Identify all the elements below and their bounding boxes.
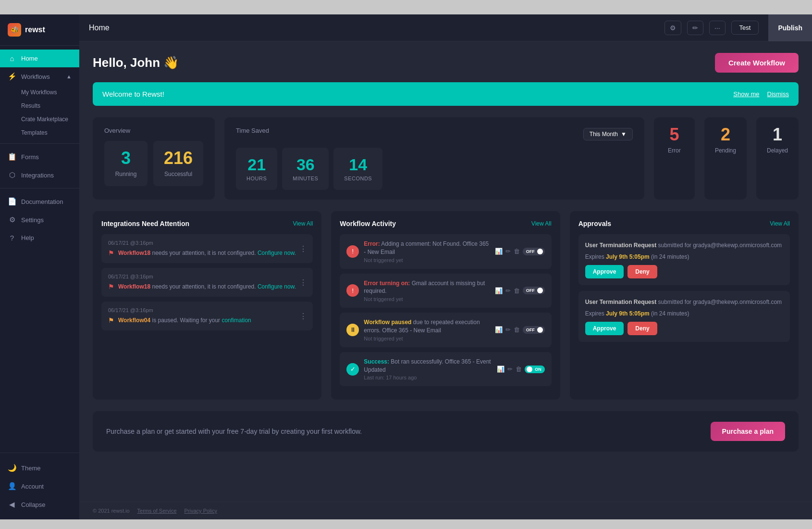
sidebar-item-home[interactable]: ⌂ Home — [0, 50, 79, 67]
chart-icon-2[interactable]: 📊 — [495, 326, 503, 333]
sidebar-item-theme[interactable]: 🌙 Theme — [0, 459, 79, 477]
chart-icon-0[interactable]: 📊 — [495, 248, 503, 255]
more-topbar-button[interactable]: ··· — [709, 21, 726, 35]
approval-item-0: User Termination Request submitted for g… — [578, 234, 790, 285]
toggle-2[interactable]: OFF — [523, 326, 545, 334]
sidebar-item-workflows[interactable]: ⚡ Workflows ▲ — [0, 67, 79, 86]
configure-link-1[interactable]: Configure now. — [258, 283, 296, 290]
wf-actions-0: 📊 ✏ 🗑 OFF — [495, 248, 545, 255]
wf-info-0: Error: Adding a comment: Not Found. Offi… — [364, 240, 490, 263]
wf-desc-3: Success: Bot ran successfully. Office 36… — [364, 358, 492, 374]
settings-topbar-button[interactable]: ⚙ — [664, 21, 681, 35]
expiry-date-0: July 9th 5:05pm — [606, 253, 650, 260]
deny-button-0[interactable]: Deny — [627, 265, 657, 278]
main-area: Home ⚙ ✏ ··· Test Publish Hello, John 👋 … — [79, 14, 812, 519]
approve-button-1[interactable]: Approve — [585, 322, 624, 335]
seconds-label: SECONDS — [344, 176, 372, 181]
confimation-link[interactable]: confimation — [221, 317, 251, 324]
more-options-1[interactable]: ⋮ — [299, 278, 308, 287]
workflow-activity-section: Workflow Activity View All ! Error: Addi… — [331, 211, 560, 400]
workflows-icon: ⚡ — [8, 72, 16, 81]
test-button[interactable]: Test — [731, 21, 759, 35]
dismiss-button[interactable]: Dismiss — [767, 90, 789, 98]
wf-item-3: ✓ Success: Bot ran successfully. Office … — [340, 352, 551, 387]
integrations-view-all[interactable]: View All — [293, 220, 313, 227]
toggle-0[interactable]: OFF — [523, 248, 545, 255]
privacy-policy-link[interactable]: Privacy Policy — [185, 508, 217, 514]
delete-icon-2[interactable]: 🗑 — [514, 326, 520, 333]
welcome-banner: Welcome to Rewst! Show me Dismiss — [93, 82, 799, 106]
publish-button[interactable]: Publish — [768, 14, 812, 41]
approve-button-0[interactable]: Approve — [585, 265, 624, 278]
account-icon: 👤 — [8, 482, 16, 491]
edit-icon-1[interactable]: ✏ — [505, 287, 511, 294]
approvals-title: Approvals — [578, 220, 611, 227]
delayed-stat-block: 1 Delayed — [756, 117, 799, 200]
show-me-button[interactable]: Show me — [733, 90, 759, 98]
sidebar-item-help[interactable]: ? Help — [0, 229, 79, 247]
approvals-view-all[interactable]: View All — [770, 220, 790, 227]
sidebar-item-crate-marketplace[interactable]: Crate Marketplace — [0, 113, 79, 126]
chart-icon-1[interactable]: 📊 — [495, 287, 503, 294]
int-text-2: Workflow04 is paused. Waiting for your c… — [118, 316, 251, 325]
toggle-1[interactable]: OFF — [523, 287, 545, 294]
delete-icon-3[interactable]: 🗑 — [516, 365, 522, 373]
wf-name-0: Workflow18 — [118, 250, 150, 256]
collapse-icon: ◀ — [8, 500, 16, 509]
sidebar-bottom: 🌙 Theme 👤 Account ◀ Collapse — [0, 453, 79, 519]
toggle-3[interactable]: ON — [525, 365, 545, 373]
pending-label: Pending — [715, 147, 736, 154]
seconds-stat: 14 SECONDS — [333, 148, 382, 190]
more-options-2[interactable]: ⋮ — [299, 312, 308, 321]
create-workflow-button[interactable]: Create Workflow — [715, 53, 799, 73]
sidebar-item-documentation[interactable]: 📄 Documentation — [0, 192, 79, 211]
sidebar-item-settings[interactable]: ⚙ Settings — [0, 211, 79, 229]
sidebar-item-collapse[interactable]: ◀ Collapse — [0, 495, 79, 514]
page-header: Hello, John 👋 Create Workflow — [93, 53, 799, 73]
wf-warning-icon-2: ⏸ — [346, 324, 359, 336]
settings-icon: ⚙ — [8, 215, 16, 224]
sidebar-item-templates[interactable]: Templates — [0, 126, 79, 139]
delete-icon-0[interactable]: 🗑 — [514, 248, 520, 255]
wf-actions-2: 📊 ✏ 🗑 OFF — [495, 326, 545, 334]
copyright: © 2021 rewst.io — [93, 508, 130, 514]
welcome-text: Welcome to Rewst! — [102, 90, 164, 98]
time-saved-block: Time Saved This Month ▼ 21 HOURS — [224, 117, 644, 200]
wf-info-2: Workflow paused due to repeated executio… — [364, 318, 490, 341]
hours-stat: 21 HOURS — [236, 148, 277, 190]
delete-icon-1[interactable]: 🗑 — [514, 287, 520, 294]
wf-error-icon-1: ! — [346, 284, 359, 297]
terms-of-service-link[interactable]: Terms of Service — [137, 508, 177, 514]
approval-title-0: User Termination Request — [585, 242, 656, 249]
sidebar-item-results[interactable]: Results — [0, 99, 79, 113]
successful-number: 216 — [164, 150, 193, 167]
sidebar-item-my-workflows[interactable]: My Workflows — [0, 86, 79, 99]
edit-topbar-button[interactable]: ✏ — [687, 21, 703, 35]
flag-icon-2: ⚑ — [108, 316, 114, 324]
int-text-1: Workflow18 needs your attention, it is n… — [118, 282, 296, 291]
wf-success-icon-3: ✓ — [346, 363, 359, 376]
more-options-0[interactable]: ⋮ — [299, 244, 308, 253]
wf-error-icon-0: ! — [346, 245, 359, 258]
wf-info-1: Error turning on: Gmail account is missi… — [364, 279, 490, 302]
overview-label: Overview — [104, 127, 203, 134]
deny-button-1[interactable]: Deny — [627, 322, 657, 335]
time-period-dropdown[interactable]: This Month ▼ — [583, 128, 633, 140]
overview-block: Overview 3 Running 216 Successful — [93, 117, 215, 200]
edit-icon-3[interactable]: ✏ — [507, 365, 513, 373]
edit-icon-2[interactable]: ✏ — [505, 326, 511, 333]
workflow-activity-view-all[interactable]: View All — [531, 220, 552, 227]
logo-text: rewst — [25, 25, 45, 34]
int-date-2: 06/17/21 @3:16pm — [108, 307, 306, 313]
purchase-plan-button[interactable]: Purchase a plan — [711, 422, 785, 441]
workflow-activity-header: Workflow Activity View All — [340, 220, 551, 227]
chart-icon-3[interactable]: 📊 — [497, 365, 504, 373]
sidebar-item-integrations[interactable]: ⬡ Integrations — [0, 166, 79, 184]
configure-link-0[interactable]: Configure now. — [258, 250, 296, 256]
edit-icon-0[interactable]: ✏ — [505, 248, 511, 255]
integration-item-0: 06/17/21 @3:16pm ⚑ Workflow18 needs your… — [101, 234, 313, 263]
banner-actions: Show me Dismiss — [733, 90, 789, 98]
sidebar-item-account[interactable]: 👤 Account — [0, 477, 79, 495]
topbar: Home ⚙ ✏ ··· Test Publish — [79, 14, 812, 41]
sidebar-item-forms[interactable]: 📋 Forms — [0, 148, 79, 166]
